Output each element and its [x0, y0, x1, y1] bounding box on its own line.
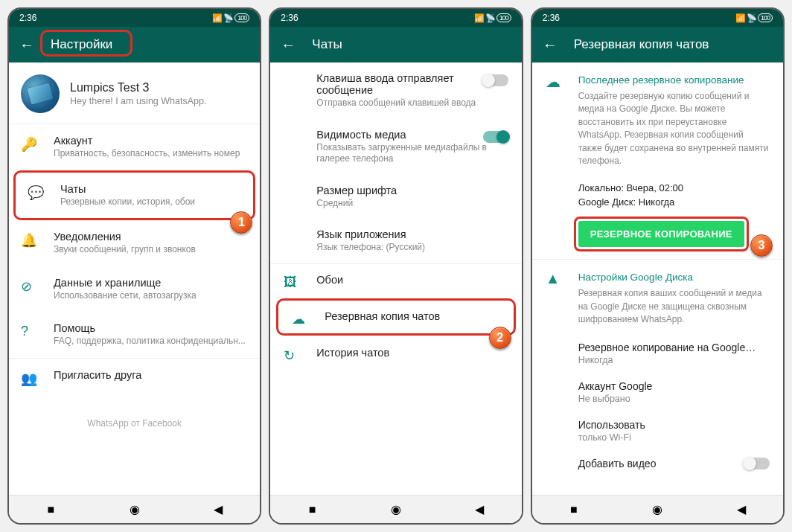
app-bar: ← Чаты	[270, 27, 521, 63]
status-time: 2:36	[543, 13, 560, 23]
row-include-video[interactable]: Добавить видео	[532, 450, 783, 478]
g-row2-sub: только Wi-Fi	[578, 432, 770, 443]
row-app-language[interactable]: Язык приложения Язык телефона: (Русский)	[270, 219, 521, 263]
status-icons: 📶📡100	[212, 13, 249, 23]
backup-gdrive: Google Диск: Никогда	[532, 195, 783, 209]
chats-sub: Резервные копии, история, обои	[60, 196, 195, 208]
settings-item-account[interactable]: 🔑 Аккаунт Приватность, безопасность, изм…	[9, 124, 260, 170]
nav-back-icon[interactable]: ◀	[472, 502, 487, 517]
status-icons: 📶📡100	[474, 13, 511, 23]
lang-title: Язык приложения	[316, 228, 508, 240]
lang-sub: Язык телефона: (Русский)	[316, 242, 508, 254]
settings-item-chats[interactable]: 💬 Чаты Резервные копии, история, обои	[13, 170, 255, 221]
phone-screen-backup: 2:36 📶📡100 ← Резервная копия чатов ☁ Пос…	[531, 7, 785, 525]
nav-recents-icon[interactable]: ■	[43, 502, 58, 517]
section-last-backup: ☁ Последнее резервное копирование	[532, 63, 783, 90]
nav-home-icon[interactable]: ◉	[389, 502, 403, 517]
g-row1-title: Аккаунт Google	[578, 380, 770, 392]
nav-home-icon[interactable]: ◉	[127, 502, 142, 517]
people-icon: 👥	[21, 369, 37, 387]
wallpaper-title: Обои	[316, 274, 508, 286]
step-badge-3: 3	[750, 234, 773, 257]
toggle-media-visibility[interactable]	[483, 131, 508, 143]
appbar-title: Настройки	[51, 37, 112, 52]
settings-content: Lumpics Test 3 Hey there! I am using Wha…	[9, 63, 260, 495]
bell-icon: 🔔	[21, 231, 37, 249]
font-title: Размер шрифта	[316, 185, 508, 196]
section-body-text: Создайте резервную копию сообщений и мед…	[532, 90, 783, 175]
nav-recents-icon[interactable]: ■	[566, 502, 581, 517]
gdrive-icon: ▲	[546, 270, 561, 287]
status-bar: 2:36 📶📡100	[9, 9, 260, 27]
row-chat-backup[interactable]: ☁ Резервная копия чатов	[276, 298, 515, 336]
enter-title: Клавиша ввода отправляет сообщение	[316, 72, 508, 96]
g-row1-sub: Не выбрано	[578, 394, 770, 404]
wallpaper-icon: 🖼	[284, 275, 300, 290]
appbar-title: Чаты	[312, 37, 342, 52]
profile-name: Lumpics Test 3	[70, 81, 206, 94]
status-bar: 2:36 📶📡100	[532, 9, 783, 27]
gdrive-head-text: Настройки Google Диска	[578, 272, 693, 283]
row-chat-history[interactable]: ↻ История чатов	[270, 337, 521, 370]
g-row0-sub: Никогда	[578, 355, 770, 365]
chat-icon: 💬	[28, 183, 44, 201]
cloud-icon: ☁	[292, 311, 308, 327]
gdrive-body-text: Резервная копия ваших сообщений и медиа …	[532, 287, 783, 333]
phone-screen-settings: 2:36 📶📡100 ← Настройки Lumpics Test 3 He…	[7, 7, 261, 525]
row-media-visibility[interactable]: Видимость медиа Показывать загруженные м…	[270, 119, 521, 175]
history-icon: ↻	[284, 347, 300, 364]
nav-bar: ■ ◉ ◀	[532, 495, 783, 523]
notif-sub: Звуки сообщений, групп и звонков	[54, 244, 196, 256]
nav-bar: ■ ◉ ◀	[270, 495, 521, 523]
help-title: Помощь	[54, 322, 246, 334]
nav-recents-icon[interactable]: ■	[305, 502, 320, 517]
settings-item-notifications[interactable]: 🔔 Уведомления Звуки сообщений, групп и з…	[9, 220, 260, 266]
row-backup-to-gdrive[interactable]: Резервное копирование на Google… Никогда	[532, 334, 783, 373]
account-sub: Приватность, безопасность, изменить номе…	[54, 148, 240, 160]
nav-back-icon[interactable]: ◀	[211, 502, 226, 517]
data-sub: Использование сети, автозагрузка	[54, 290, 197, 302]
backup-title: Резервная копия чатов	[325, 310, 499, 322]
key-icon: 🔑	[21, 135, 37, 153]
settings-item-help[interactable]: ? Помощь FAQ, поддержка, политика конфид…	[9, 312, 260, 358]
profile-row[interactable]: Lumpics Test 3 Hey there! I am using Wha…	[9, 63, 260, 124]
back-arrow-icon[interactable]: ←	[543, 36, 558, 54]
help-icon: ?	[21, 322, 37, 339]
highlight-backup-button: РЕЗЕРВНОЕ КОПИРОВАНИЕ	[574, 217, 749, 251]
help-sub: FAQ, поддержка, политика конфиденциальн.…	[54, 336, 246, 347]
appbar-title: Резервная копия чатов	[574, 37, 709, 52]
row-google-account[interactable]: Аккаунт Google Не выбрано	[532, 373, 783, 411]
nav-back-icon[interactable]: ◀	[734, 502, 749, 517]
backup-button[interactable]: РЕЗЕРВНОЕ КОПИРОВАНИЕ	[578, 221, 744, 247]
backup-content: ☁ Последнее резервное копирование Создай…	[532, 63, 783, 495]
account-title: Аккаунт	[54, 135, 240, 147]
backup-local: Локально: Вчера, 02:00	[532, 181, 783, 195]
data-title: Данные и хранилище	[54, 277, 197, 289]
toggle-include-video[interactable]	[744, 458, 770, 469]
nav-home-icon[interactable]: ◉	[650, 502, 665, 517]
app-bar: ← Настройки	[9, 27, 260, 63]
section-head-text: Последнее резервное копирование	[578, 74, 744, 86]
status-time: 2:36	[281, 13, 298, 23]
status-bar: 2:36 📶📡100	[270, 9, 521, 27]
cloud-upload-icon: ☁	[546, 73, 561, 91]
toggle-enter-sends[interactable]	[483, 74, 508, 86]
back-arrow-icon[interactable]: ←	[281, 36, 296, 54]
enter-sub: Отправка сообщений клавишей ввода	[316, 97, 508, 109]
row-wallpaper[interactable]: 🖼 Обои	[270, 264, 521, 297]
row-use-network[interactable]: Использовать только Wi-Fi	[532, 411, 783, 450]
font-sub: Средний	[316, 198, 508, 210]
nav-bar: ■ ◉ ◀	[9, 495, 260, 523]
history-title: История чатов	[316, 347, 508, 359]
settings-item-invite[interactable]: 👥 Пригласить друга	[9, 359, 260, 397]
g-row0-title: Резервное копирование на Google…	[578, 342, 770, 353]
chats-settings-content: Клавиша ввода отправляет сообщение Отпра…	[270, 63, 521, 495]
row-enter-sends[interactable]: Клавиша ввода отправляет сообщение Отпра…	[270, 63, 521, 119]
profile-status: Hey there! I am using WhatsApp.	[70, 96, 206, 106]
row-font-size[interactable]: Размер шрифта Средний	[270, 175, 521, 219]
media-title: Видимость медиа	[316, 129, 508, 141]
back-arrow-icon[interactable]: ←	[19, 36, 34, 54]
settings-item-data[interactable]: ⊘ Данные и хранилище Использование сети,…	[9, 266, 260, 313]
notif-title: Уведомления	[54, 231, 196, 243]
section-gdrive-settings: ▲ Настройки Google Диска	[532, 260, 783, 287]
